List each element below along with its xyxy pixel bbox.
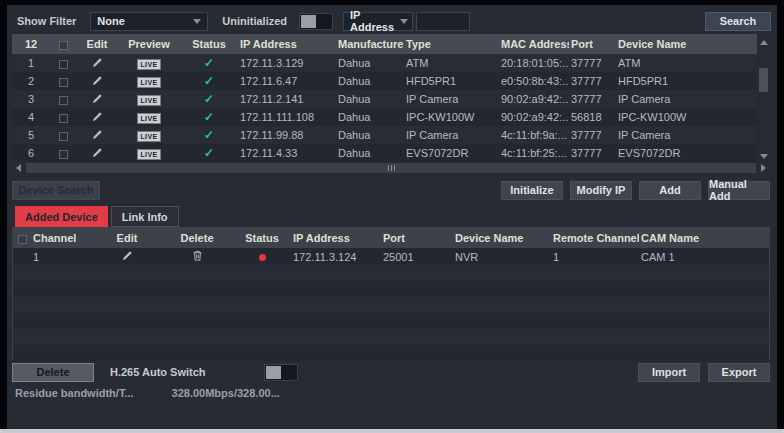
table-row[interactable]: 5 LIVE ✓ 172.11.99.88 Dahua IP Camera 4c… (12, 126, 757, 144)
search-input[interactable] (416, 12, 470, 31)
cell-ip: 172.11.99.88 (238, 129, 336, 141)
cell-device-name: IP Camera (616, 93, 757, 105)
scroll-right-icon[interactable] (757, 162, 770, 174)
row-checkbox[interactable] (59, 150, 68, 159)
table-row[interactable]: 2 LIVE ✓ 172.11.6.47 Dahua HFD5PR1 e0:50… (12, 72, 757, 90)
tab-bar: Added Device Link Info (15, 206, 179, 227)
row-checkbox[interactable] (59, 132, 68, 141)
show-filter-value: None (97, 15, 125, 27)
tab-link-info[interactable]: Link Info (111, 206, 179, 227)
search-button[interactable]: Search (705, 12, 771, 31)
col-remote-channel: Remote Channel (551, 232, 639, 244)
scroll-down-icon[interactable] (757, 150, 770, 162)
table-header-row: Channel Edit Delete Status IP Address Po… (13, 228, 769, 248)
scroll-up-icon[interactable] (757, 36, 770, 48)
cell-remote-channel: 1 (551, 251, 639, 263)
table-row[interactable]: 6 LIVE ✓ 172.11.4.33 Dahua EVS7072DR 4c:… (12, 144, 757, 162)
cell-type: ATM (404, 57, 499, 69)
cell-ip: 172.11.111.108 (238, 111, 336, 123)
live-preview-badge[interactable]: LIVE (137, 113, 160, 124)
select-all-checkbox[interactable] (18, 235, 27, 244)
col-mac-address: MAC Address (499, 38, 569, 50)
app-window: Show Filter None Uninitialized IP Addres… (0, 0, 784, 433)
cell-port: 37777 (569, 93, 616, 105)
edit-pencil-icon[interactable] (92, 111, 103, 122)
empty-row (13, 265, 769, 281)
delete-button[interactable]: Delete (12, 363, 94, 382)
table-header-row: 12 Edit Preview Status IP Address Manufa… (12, 34, 757, 54)
uninitialized-label: Uninitialized (222, 15, 287, 27)
device-count: 12 (12, 38, 50, 50)
edit-pencil-icon[interactable] (92, 129, 103, 140)
cell-type: IP Camera (404, 93, 499, 105)
cell-ip: 172.11.2.141 (238, 93, 336, 105)
live-preview-badge[interactable]: LIVE (137, 131, 160, 142)
show-filter-dropdown[interactable]: None (90, 12, 208, 31)
table-row[interactable]: 1 LIVE ✓ 172.11.3.129 Dahua ATM 20:18:01… (12, 54, 757, 72)
col-delete: Delete (161, 232, 233, 244)
search-type-dropdown[interactable]: IP Address (343, 12, 413, 31)
cell-device-name: HFD5PR1 (616, 75, 757, 87)
cell-port: 37777 (569, 129, 616, 141)
cell-manufacturer: Dahua (336, 75, 404, 87)
table-row[interactable]: 3 LIVE ✓ 172.11.2.141 Dahua IP Camera 90… (12, 90, 757, 108)
status-online-icon: ✓ (204, 128, 214, 142)
table-row[interactable]: 1 172.11.3.124 25001 NVR 1 CAM 1 (13, 248, 769, 265)
edit-pencil-icon[interactable] (92, 147, 103, 158)
edit-pencil-icon[interactable] (92, 75, 103, 86)
live-preview-badge[interactable]: LIVE (137, 95, 160, 106)
show-filter-label: Show Filter (17, 15, 76, 27)
scrollbar-thumb[interactable] (26, 163, 756, 173)
initialize-button[interactable]: Initialize (501, 181, 563, 200)
footer-bar: Delete H.265 Auto Switch Import Export (12, 362, 770, 382)
col-type: Type (404, 38, 499, 50)
status-online-icon: ✓ (204, 56, 214, 70)
horizontal-scrollbar[interactable] (12, 162, 770, 174)
cell-port: 25001 (381, 251, 453, 263)
empty-row (13, 297, 769, 313)
cell-manufacturer: Dahua (336, 93, 404, 105)
window-bottom-edge (0, 429, 784, 433)
edit-pencil-icon[interactable] (122, 250, 133, 261)
toggle-knob (266, 366, 281, 379)
vertical-scrollbar[interactable] (757, 34, 770, 162)
row-checkbox[interactable] (59, 114, 68, 123)
scrollbar-thumb[interactable] (759, 68, 768, 92)
row-checkbox[interactable] (59, 96, 68, 105)
select-all-checkbox[interactable] (59, 41, 68, 50)
table-row[interactable]: 4 LIVE ✓ 172.11.111.108 Dahua IPC-KW100W… (12, 108, 757, 126)
row-checkbox[interactable] (59, 60, 68, 69)
import-button[interactable]: Import (638, 363, 700, 382)
cell-type: IP Camera (404, 129, 499, 141)
cell-device-name: IPC-KW100W (616, 111, 757, 123)
delete-trash-icon[interactable] (192, 250, 203, 261)
cell-port: 37777 (569, 57, 616, 69)
cell-device-name: EVS7072DR (616, 147, 757, 159)
add-button[interactable]: Add (639, 181, 701, 200)
cell-cam-name: CAM 1 (639, 251, 769, 263)
scroll-left-icon[interactable] (12, 162, 25, 174)
row-checkbox[interactable] (59, 78, 68, 87)
export-button[interactable]: Export (708, 363, 770, 382)
bandwidth-label: Residue bandwidth/T... (15, 387, 134, 399)
live-preview-badge[interactable]: LIVE (137, 59, 160, 70)
cell-port: 37777 (569, 75, 616, 87)
tab-added-device[interactable]: Added Device (15, 206, 108, 227)
h265-auto-switch-toggle[interactable] (264, 364, 298, 381)
modify-ip-button[interactable]: Modify IP (570, 181, 632, 200)
row-number: 1 (12, 57, 50, 69)
cell-manufacturer: Dahua (336, 111, 404, 123)
uninitialized-toggle[interactable] (299, 13, 333, 30)
col-ip-address: IP Address (291, 232, 381, 244)
col-device-name: Device Name (453, 232, 551, 244)
row-number: 6 (12, 147, 50, 159)
manual-add-button[interactable]: Manual Add (708, 181, 770, 200)
cell-type: EVS7072DR (404, 147, 499, 159)
edit-pencil-icon[interactable] (92, 57, 103, 68)
filter-bar: Show Filter None Uninitialized IP Addres… (17, 11, 771, 31)
edit-pencil-icon[interactable] (92, 93, 103, 104)
device-search-button[interactable]: Device Search (12, 181, 100, 200)
live-preview-badge[interactable]: LIVE (137, 77, 160, 88)
live-preview-badge[interactable]: LIVE (137, 149, 160, 160)
col-status: Status (233, 232, 291, 244)
